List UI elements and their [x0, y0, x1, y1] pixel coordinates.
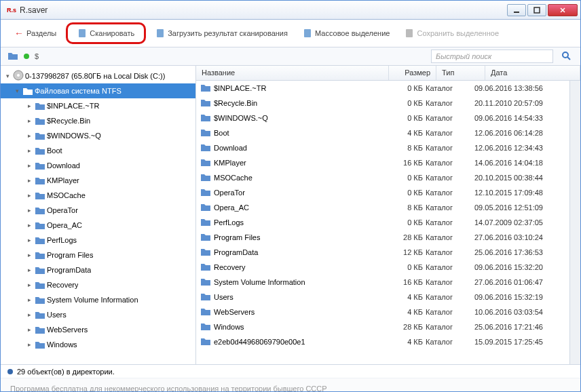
tree-root[interactable]: ▾ 0-137998287 (65.80ГБ на Local Disk (C:…: [1, 68, 195, 83]
tree-item[interactable]: ▸WebServers: [1, 322, 195, 337]
scan-button[interactable]: Сканировать: [72, 26, 140, 41]
minimize-button[interactable]: [507, 4, 526, 16]
folder-icon: [35, 116, 45, 125]
file-row[interactable]: WebServers4 КБКаталог10.06.2016 03:03:54: [196, 305, 569, 319]
svg-point-8: [17, 74, 20, 77]
file-row[interactable]: $Recycle.Bin0 КБКаталог20.11.2010 20:57:…: [196, 96, 569, 111]
file-row[interactable]: $WINDOWS.~Q0 КБКаталог09.06.2016 14:54:3…: [196, 111, 569, 125]
file-row[interactable]: e2eb0d44968069790e00e14 КБКаталог15.09.2…: [196, 334, 569, 349]
expand-icon[interactable]: ▸: [25, 192, 33, 199]
mass-select-button[interactable]: Массовое выделение: [297, 26, 395, 41]
tree-item[interactable]: ▸Program Files: [1, 248, 195, 262]
search-button[interactable]: [559, 50, 574, 63]
file-row[interactable]: Recovery0 КБКаталог09.06.2016 15:32:20: [196, 260, 569, 275]
file-row[interactable]: Opera_AC8 КБКаталог09.05.2016 12:51:09: [196, 200, 569, 215]
file-row[interactable]: OperaTor0 КБКаталог12.10.2015 17:09:48: [196, 185, 569, 200]
file-row[interactable]: Program Files28 КБКаталог27.06.2016 03:1…: [196, 230, 569, 245]
expand-icon[interactable]: ▸: [25, 177, 33, 184]
tree-item[interactable]: ▸$INPLACE.~TR: [1, 98, 195, 113]
expand-icon[interactable]: ▸: [25, 311, 33, 318]
col-date[interactable]: Дата: [485, 66, 580, 80]
expand-icon[interactable]: ▸: [25, 162, 33, 169]
expand-icon[interactable]: ▸: [25, 281, 33, 288]
save-icon: [405, 28, 414, 38]
tree-item[interactable]: ▸KMPlayer: [1, 173, 195, 188]
tree-item[interactable]: ▸PerfLogs: [1, 233, 195, 248]
tree-item[interactable]: ▸Boot: [1, 143, 195, 158]
file-row[interactable]: ProgramData12 КБКаталог25.06.2016 17:36:…: [196, 245, 569, 260]
tree-item[interactable]: ▸$WINDOWS.~Q: [1, 128, 195, 143]
file-type: Каталог: [426, 114, 474, 122]
expand-icon[interactable]: ▸: [25, 102, 33, 109]
file-name: WebServers: [214, 308, 255, 316]
file-row[interactable]: System Volume Information16 КБКаталог27.…: [196, 275, 569, 290]
tree-item[interactable]: ▸$Recycle.Bin: [1, 113, 195, 128]
file-row[interactable]: PerfLogs0 КБКаталог14.07.2009 02:37:05: [196, 215, 569, 230]
col-size[interactable]: Размер: [389, 66, 436, 80]
file-row[interactable]: MSOCache0 КБКаталог20.10.2015 00:38:44: [196, 170, 569, 185]
file-name: $WINDOWS.~Q: [214, 114, 268, 122]
vertical-scrollbar[interactable]: [569, 81, 580, 364]
col-name[interactable]: Название: [196, 66, 389, 80]
file-row[interactable]: Download8 КБКаталог12.06.2016 12:34:43: [196, 140, 569, 155]
folder-icon: [200, 247, 211, 258]
tree-item[interactable]: ▸Download: [1, 158, 195, 173]
status-bar: 29 объект(ов) в директории.: [1, 364, 580, 378]
tree-filesystem[interactable]: ▾ Файловая система NTFS: [1, 83, 195, 98]
expand-icon[interactable]: ▸: [25, 222, 33, 229]
save-selected-button[interactable]: Сохранить выделенное: [399, 26, 504, 41]
folder-icon: [35, 191, 45, 200]
svg-rect-5: [406, 29, 413, 37]
tree-item[interactable]: ▸Users: [1, 307, 195, 322]
maximize-button[interactable]: [527, 4, 546, 16]
expand-icon[interactable]: ▸: [25, 207, 33, 214]
svg-rect-1: [534, 7, 540, 13]
expand-icon[interactable]: ▸: [25, 296, 33, 303]
expand-icon[interactable]: ▸: [25, 147, 33, 154]
file-row[interactable]: KMPlayer16 КБКаталог14.06.2016 14:04:18: [196, 155, 569, 170]
tree-item[interactable]: ▸System Volume Information: [1, 292, 195, 307]
expand-icon[interactable]: ▸: [25, 117, 33, 124]
load-result-button[interactable]: Загрузить результат сканирования: [150, 26, 293, 41]
folder-tree[interactable]: ▾ 0-137998287 (65.80ГБ на Local Disk (C:…: [1, 66, 196, 364]
file-date: 12.10.2015 17:09:48: [474, 189, 569, 197]
tree-item[interactable]: ▸Windows: [1, 337, 195, 352]
mass-icon: [303, 28, 312, 38]
file-type: Каталог: [426, 99, 474, 107]
expand-icon[interactable]: ▸: [25, 341, 33, 348]
collapse-icon[interactable]: ▾: [13, 87, 21, 94]
tree-item-label: Opera_AC: [47, 221, 82, 229]
expand-icon[interactable]: ▸: [25, 237, 33, 243]
titlebar: R.s R.saver: [1, 1, 580, 20]
file-type: Каталог: [426, 174, 474, 182]
folder-icon: [35, 176, 45, 185]
search-input[interactable]: Быстрый поиск: [431, 50, 553, 63]
svg-rect-0: [514, 12, 519, 13]
file-type: Каталог: [426, 203, 474, 212]
folder-icon: [35, 131, 45, 140]
tree-item-label: OperaTor: [47, 206, 78, 214]
expand-icon[interactable]: ▸: [25, 252, 33, 258]
folder-icon: [200, 142, 211, 153]
close-button[interactable]: [548, 4, 578, 16]
expand-icon[interactable]: ▸: [25, 326, 33, 333]
tree-item-label: System Volume Information: [47, 296, 138, 304]
file-row[interactable]: Boot4 КБКаталог12.06.2016 06:14:28: [196, 125, 569, 140]
file-row[interactable]: Windows28 КБКаталог25.06.2016 17:21:46: [196, 319, 569, 334]
tree-item[interactable]: ▸Opera_AC: [1, 218, 195, 233]
tree-item[interactable]: ▸MSOCache: [1, 188, 195, 203]
file-row[interactable]: $INPLACE.~TR0 КБКаталог09.06.2016 13:38:…: [196, 81, 569, 96]
tree-item[interactable]: ▸Recovery: [1, 277, 195, 292]
back-button[interactable]: ← Разделы: [9, 25, 62, 41]
svg-rect-2: [79, 29, 86, 37]
file-date: 09.06.2016 14:54:33: [474, 114, 569, 122]
content-area: ▾ 0-137998287 (65.80ГБ на Local Disk (C:…: [1, 66, 580, 364]
collapse-icon[interactable]: ▾: [3, 73, 12, 79]
tree-item[interactable]: ▸ProgramData: [1, 262, 195, 277]
expand-icon[interactable]: ▸: [25, 132, 33, 139]
expand-icon[interactable]: ▸: [25, 267, 33, 273]
file-list-body[interactable]: $INPLACE.~TR0 КБКаталог09.06.2016 13:38:…: [196, 81, 569, 364]
col-type[interactable]: Тип: [436, 66, 485, 80]
tree-item[interactable]: ▸OperaTor: [1, 203, 195, 218]
file-row[interactable]: Users4 КБКаталог09.06.2016 15:32:19: [196, 290, 569, 305]
